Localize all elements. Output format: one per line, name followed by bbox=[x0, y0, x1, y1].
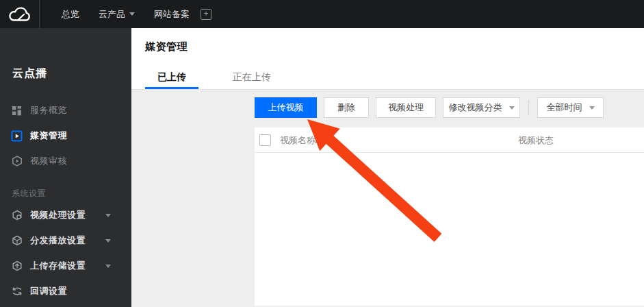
chevron-down-icon bbox=[105, 214, 111, 217]
chevron-down-icon bbox=[509, 106, 515, 110]
cube-icon bbox=[11, 235, 23, 247]
tab-uploaded[interactable]: 已上传 bbox=[145, 66, 198, 89]
sidebar-item-label: 媒资管理 bbox=[30, 130, 67, 142]
toolbar: 上传视频 删除 视频处理 修改视频分类 全部时间 bbox=[255, 97, 610, 118]
sidebar-section-system-settings: 系统设置 bbox=[12, 188, 46, 199]
sidebar-item-label: 视频审核 bbox=[30, 155, 67, 167]
nav-icp-filing[interactable]: 网站备案 bbox=[144, 0, 199, 28]
top-navbar: 总览 云产品 网站备案 + bbox=[0, 0, 644, 28]
upload-video-label: 上传视频 bbox=[268, 101, 304, 114]
modify-category-label: 修改视频分类 bbox=[449, 101, 502, 114]
vod-console: 总览 云产品 网站备案 + 云点播 服务概览 bbox=[0, 0, 644, 307]
sidebar-item-video-review[interactable]: 视频审核 bbox=[0, 152, 131, 170]
chevron-down-icon bbox=[589, 106, 595, 110]
video-processing-icon bbox=[11, 210, 23, 221]
time-filter-dropdown[interactable]: 全部时间 bbox=[537, 97, 604, 118]
sidebar-item-media-management[interactable]: 媒资管理 bbox=[0, 127, 131, 145]
chevron-down-icon bbox=[129, 12, 135, 16]
sidebar-item-label: 上传存储设置 bbox=[30, 260, 86, 272]
nav-cloud-products[interactable]: 云产品 bbox=[89, 0, 144, 28]
select-all-checkbox[interactable] bbox=[259, 134, 271, 146]
chevron-down-icon bbox=[105, 239, 111, 243]
sidebar: 云点播 服务概览 媒资管理 bbox=[0, 28, 131, 307]
table-header-row: 视频名称/ID 视频状态 bbox=[255, 127, 644, 153]
column-header-video-name: 视频名称/ID bbox=[280, 127, 327, 153]
time-filter-label: 全部时间 bbox=[547, 101, 582, 114]
nav-cloud-products-label: 云产品 bbox=[99, 8, 125, 21]
sidebar-item-distribution-playback-settings[interactable]: 分发播放设置 bbox=[0, 232, 131, 249]
sidebar-item-label: 回调设置 bbox=[30, 285, 67, 297]
dashboard-grid-icon bbox=[11, 105, 23, 116]
sidebar-item-video-processing-settings[interactable]: 视频处理设置 bbox=[0, 206, 131, 224]
tab-bar: 已上传 正在上传 bbox=[145, 66, 283, 89]
nav-overview-label: 总览 bbox=[62, 8, 79, 21]
sidebar-item-callback-settings[interactable]: 回调设置 bbox=[0, 282, 131, 300]
delete-button[interactable]: 删除 bbox=[324, 97, 369, 118]
chevron-down-icon bbox=[105, 265, 111, 268]
tab-uploading[interactable]: 正在上传 bbox=[220, 66, 283, 89]
page-header: 媒资管理 已上传 正在上传 bbox=[131, 28, 644, 90]
sidebar-product-title: 云点播 bbox=[12, 66, 47, 81]
sidebar-item-label: 分发播放设置 bbox=[30, 234, 86, 247]
nav-icp-filing-label: 网站备案 bbox=[154, 8, 190, 21]
media-table-card: 视频名称/ID 视频状态 bbox=[255, 127, 644, 306]
modify-category-dropdown[interactable]: 修改视频分类 bbox=[443, 97, 520, 118]
nav-overview[interactable]: 总览 bbox=[52, 0, 89, 28]
video-process-label: 视频处理 bbox=[388, 101, 424, 114]
delete-label: 删除 bbox=[337, 101, 355, 114]
sidebar-item-service-overview[interactable]: 服务概览 bbox=[0, 101, 131, 119]
media-video-icon bbox=[11, 130, 23, 142]
tab-uploaded-label: 已上传 bbox=[157, 71, 186, 84]
sidebar-item-label: 视频处理设置 bbox=[30, 209, 86, 221]
top-nav-items: 总览 云产品 网站备案 + bbox=[52, 0, 211, 28]
upload-circle-icon bbox=[11, 260, 23, 272]
sidebar-item-label: 服务概览 bbox=[30, 104, 67, 116]
page-title: 媒资管理 bbox=[145, 40, 188, 53]
upload-video-button[interactable]: 上传视频 bbox=[255, 97, 317, 118]
tab-uploading-label: 正在上传 bbox=[233, 71, 271, 84]
add-nav-icon[interactable]: + bbox=[201, 9, 211, 20]
column-header-video-status: 视频状态 bbox=[518, 127, 554, 153]
sidebar-item-upload-storage-settings[interactable]: 上传存储设置 bbox=[0, 257, 131, 275]
video-process-button[interactable]: 视频处理 bbox=[376, 97, 436, 118]
cloud-logo-icon bbox=[8, 5, 31, 23]
toolbar-divider bbox=[528, 100, 529, 115]
cloud-logo[interactable] bbox=[0, 0, 40, 28]
video-review-icon bbox=[11, 156, 23, 167]
callback-loop-icon bbox=[11, 286, 23, 297]
